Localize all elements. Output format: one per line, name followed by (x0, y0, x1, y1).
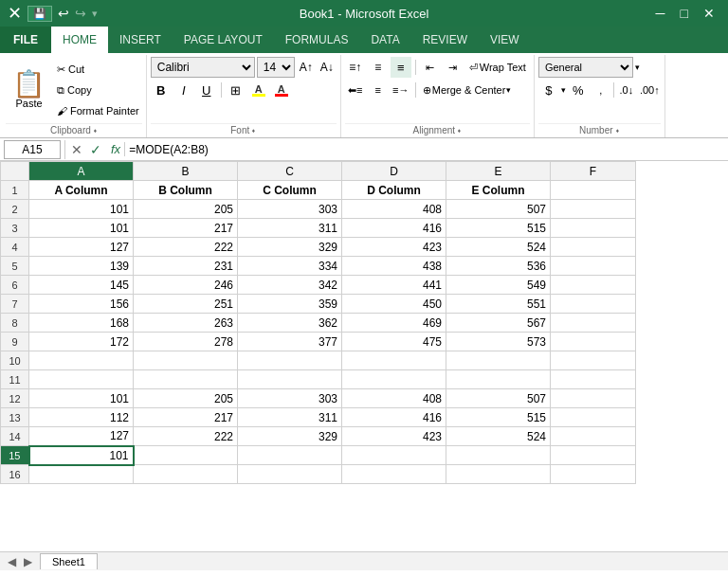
cell-e12[interactable]: 507 (446, 389, 551, 408)
col-header-c[interactable]: C (238, 162, 342, 181)
cell-d15[interactable] (342, 446, 446, 465)
align-top-left-button[interactable]: ≡↑ (345, 57, 366, 78)
cell-a15[interactable]: 101 (29, 446, 134, 465)
cell-c14[interactable]: 329 (238, 427, 342, 446)
tab-insert[interactable]: INSERT (108, 27, 173, 53)
row-header-3[interactable]: 3 (1, 219, 29, 238)
cell-f5[interactable] (551, 257, 636, 276)
cell-f2[interactable] (551, 200, 636, 219)
number-format-select[interactable]: General (538, 57, 633, 78)
indent-increase-button[interactable]: ⇥ (443, 57, 464, 78)
cell-b4[interactable]: 222 (134, 238, 238, 257)
cell-a8[interactable]: 168 (29, 314, 134, 333)
decrease-decimal-button[interactable]: .0↓ (616, 80, 637, 100)
cell-reference-input[interactable] (4, 140, 61, 159)
sheet-nav-left[interactable]: ◀ (4, 555, 20, 568)
cell-e6[interactable]: 549 (446, 276, 551, 295)
currency-button[interactable]: $ (538, 80, 559, 100)
cell-d9[interactable]: 475 (342, 333, 446, 351)
col-header-f[interactable]: F (551, 162, 636, 181)
cell-c7[interactable]: 359 (238, 295, 342, 314)
cell-e13[interactable]: 515 (446, 408, 551, 427)
redo-button[interactable]: ↪ (75, 6, 86, 21)
underline-button[interactable]: U (196, 80, 217, 100)
close-button[interactable]: ✕ (698, 6, 720, 21)
cell-d7[interactable]: 450 (342, 295, 446, 314)
font-name-select[interactable]: Calibri (151, 57, 255, 78)
row-header-16[interactable]: 16 (1, 465, 29, 484)
cell-f8[interactable] (551, 314, 636, 333)
col-header-b[interactable]: B (134, 162, 238, 181)
cell-f16[interactable] (551, 465, 636, 484)
cell-e11[interactable] (446, 370, 551, 389)
formula-bar-x-button[interactable]: ✕ (69, 142, 84, 157)
col-header-e[interactable]: E (446, 162, 551, 181)
percent-button[interactable]: % (568, 80, 589, 100)
cell-a2[interactable]: 101 (29, 200, 134, 219)
row-header-1[interactable]: 1 (1, 181, 29, 200)
row-header-2[interactable]: 2 (1, 200, 29, 219)
cell-e3[interactable]: 515 (446, 219, 551, 238)
fill-color-button[interactable]: A (248, 80, 269, 100)
format-painter-button[interactable]: 🖌 Format Painter (54, 104, 142, 117)
cell-b6[interactable]: 246 (134, 276, 238, 295)
cell-c11[interactable] (238, 370, 342, 389)
tab-review[interactable]: REVIEW (411, 27, 479, 53)
cell-a14[interactable]: 127 (29, 427, 134, 446)
cell-c12[interactable]: 303 (238, 389, 342, 408)
cell-c2[interactable]: 303 (238, 200, 342, 219)
increase-decimal-button[interactable]: .00↑ (639, 80, 661, 100)
cut-button[interactable]: ✂ Cut (54, 63, 142, 77)
cell-d5[interactable]: 438 (342, 257, 446, 276)
cell-f4[interactable] (551, 238, 636, 257)
currency-dropdown-icon[interactable]: ▾ (561, 85, 566, 95)
cell-a13[interactable]: 112 (29, 408, 134, 427)
cell-f10[interactable] (551, 351, 636, 370)
formula-bar-check-button[interactable]: ✓ (88, 142, 103, 157)
cell-b11[interactable] (134, 370, 238, 389)
sheet-container[interactable]: A B C D E F 1 A Column B Column C Column… (0, 161, 728, 551)
cell-e7[interactable]: 551 (446, 295, 551, 314)
cell-f11[interactable] (551, 370, 636, 389)
cell-b10[interactable] (134, 351, 238, 370)
indent-decrease-button[interactable]: ⇤ (420, 57, 441, 78)
row-header-4[interactable]: 4 (1, 238, 29, 257)
cell-c16[interactable] (238, 465, 342, 484)
row-header-13[interactable]: 13 (1, 408, 29, 427)
cell-b16[interactable] (134, 465, 238, 484)
cell-f1[interactable] (551, 181, 636, 200)
cell-b15[interactable] (134, 446, 238, 465)
italic-button[interactable]: I (173, 80, 194, 100)
cell-a9[interactable]: 172 (29, 333, 134, 351)
cell-d10[interactable] (342, 351, 446, 370)
merge-dropdown-icon[interactable]: ▾ (506, 85, 511, 95)
cell-e15[interactable] (446, 446, 551, 465)
cell-c9[interactable]: 377 (238, 333, 342, 351)
cell-d2[interactable]: 408 (342, 200, 446, 219)
cell-a16[interactable] (29, 465, 134, 484)
cell-d3[interactable]: 416 (342, 219, 446, 238)
cell-d8[interactable]: 469 (342, 314, 446, 333)
cell-c1[interactable]: C Column (238, 181, 342, 200)
row-header-10[interactable]: 10 (1, 351, 29, 370)
row-header-15[interactable]: 15 (1, 446, 29, 465)
tab-page-layout[interactable]: PAGE LAYOUT (173, 27, 274, 53)
sheet-tab-sheet1[interactable]: Sheet1 (40, 553, 98, 569)
cell-e1[interactable]: E Column (446, 181, 551, 200)
cell-a12[interactable]: 101 (29, 389, 134, 408)
tab-file[interactable]: FILE (0, 27, 51, 53)
comma-button[interactable]: , (591, 80, 611, 100)
cell-e16[interactable] (446, 465, 551, 484)
cell-a7[interactable]: 156 (29, 295, 134, 314)
cell-a3[interactable]: 101 (29, 219, 134, 238)
cell-d6[interactable]: 441 (342, 276, 446, 295)
col-header-a[interactable]: A (29, 162, 134, 181)
cell-f7[interactable] (551, 295, 636, 314)
increase-font-button[interactable]: A↑ (297, 57, 316, 78)
align-left-button[interactable]: ⬅≡ (345, 80, 366, 100)
tab-view[interactable]: VIEW (479, 27, 531, 53)
cell-d11[interactable] (342, 370, 446, 389)
cell-e8[interactable]: 567 (446, 314, 551, 333)
row-header-12[interactable]: 12 (1, 389, 29, 408)
cell-b8[interactable]: 263 (134, 314, 238, 333)
